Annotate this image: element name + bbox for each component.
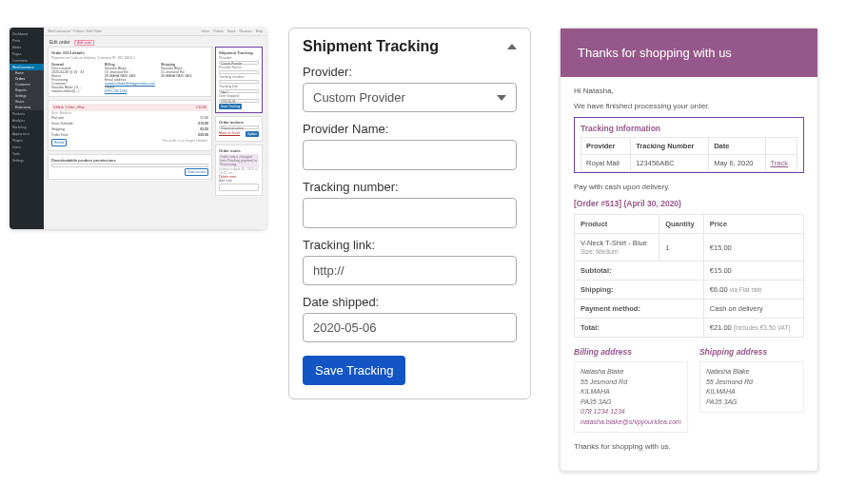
chevron-down-icon (497, 95, 506, 101)
r-total-l: Total: (575, 319, 704, 338)
r-shipping-v: €6.00 via Flat rate (703, 281, 803, 300)
update-button[interactable]: Update (246, 131, 259, 137)
item-price: €15.00 (703, 234, 803, 262)
mini-prov-select[interactable]: Custom Provider (219, 61, 259, 65)
sidebar-item-plugins[interactable]: Plugins (10, 137, 44, 144)
grant-access-button[interactable]: Grant access (185, 168, 208, 176)
sidebar-item-users[interactable]: Users (10, 144, 44, 150)
shipping-text: Natasha Blake 55 Jesmond Rd KILMAHA PA35… (161, 67, 208, 78)
topbar-stock[interactable]: Stock (227, 29, 236, 33)
addnote-textarea[interactable] (219, 184, 259, 191)
tracking-number-input[interactable] (303, 198, 517, 228)
th-provider: Provider (581, 138, 631, 155)
sidebar-item-dashboard[interactable]: Dashboard (10, 30, 44, 37)
topbar-inbox[interactable]: Inbox (202, 29, 210, 33)
tracking-link-label: Tracking link: (303, 238, 517, 252)
sidebar-item-comments[interactable]: Comments (10, 57, 44, 64)
breadcrumb: WooCommerce › Orders › Edit Order (48, 29, 102, 33)
admin-main: WooCommerce › Orders › Edit Order Inbox … (44, 28, 266, 229)
order-items-card: V-Neck T-Shirt - Blue €15.00 Size: Mediu… (48, 100, 212, 151)
date-shipped-label: Date shipped: (303, 295, 517, 309)
admin-sidebar: Dashboard Posts Media Pages Comments Woo… (10, 28, 44, 229)
topbar-orders[interactable]: Orders (213, 29, 224, 33)
provider-label: Provider: (303, 65, 517, 79)
trash-link[interactable]: Move to Trash (219, 131, 240, 137)
r-subtotal-l: Subtotal: (575, 262, 704, 281)
sidebar-item-settings[interactable]: Settings (10, 157, 44, 164)
sidebar-item-products[interactable]: Products (10, 110, 44, 117)
td-provider: Royal Mail (581, 155, 631, 172)
billing-text: Natasha Blake 55 Jesmond Rd KILMAHA PA35… (105, 67, 155, 78)
customer-value[interactable]: Natasha Blake (#1 – natasha.blake@...) (51, 86, 99, 93)
refund-button[interactable]: Refund (51, 139, 67, 146)
dl-title: Downloadable product permissions (51, 158, 208, 163)
r-subtotal-v: €15.00 (703, 262, 803, 281)
sidebar-item-analytics[interactable]: Analytics (10, 117, 44, 124)
mini-pname-input[interactable] (219, 70, 259, 74)
collapse-icon[interactable] (507, 44, 517, 49)
oth-price: Price (703, 215, 803, 234)
sidebar-item-pages[interactable]: Pages (10, 50, 44, 57)
downloadable-permissions-card: Downloadable product permissions Grant a… (48, 154, 212, 180)
order-table: Product Quantity Price V-Neck T-Shirt - … (574, 214, 804, 338)
td-date: May 6, 2020 (709, 155, 765, 172)
tracking-link-input[interactable]: http:// (303, 256, 517, 285)
mini-save-tracking-button[interactable]: Save Tracking (219, 104, 242, 109)
email-finished: We have finished processing your order. (574, 102, 804, 110)
add-order-button[interactable]: Add order (74, 40, 94, 46)
r-shipping-l: Shipping: (575, 281, 704, 300)
email-footer: Thanks for shopping with us. (574, 442, 804, 451)
sidebar-item-marketing[interactable]: Marketing (10, 124, 44, 130)
th-number: Tracking Number (631, 138, 709, 155)
oa-select[interactable]: Choose an action... (219, 126, 259, 129)
page-title-row: Edit order Add order (44, 36, 266, 47)
sidebar-item-appearance[interactable]: Appearance (10, 130, 44, 137)
order-details-sub: Payment via Cash on delivery. Customer I… (51, 56, 208, 60)
mini-prov-label: Provider: (219, 56, 259, 60)
provider-name-input[interactable] (303, 140, 517, 170)
pay-note: Pay with cash upon delivery. (574, 183, 804, 191)
r-paym-v: Cash on delivery (703, 300, 803, 319)
provider-value: Custom Provider (313, 90, 405, 105)
billing-phone[interactable]: 078 1234 1234 (580, 408, 625, 415)
mini-tnum-label: Tracking number: (219, 75, 259, 79)
note-text: Order status changed from Pending paymen… (219, 154, 259, 167)
sidebar-item-tools[interactable]: Tools (10, 150, 44, 157)
flat-rate-cost: €5.00 (200, 116, 208, 120)
line-item: V-Neck T-Shirt - Blue €15.00 (51, 104, 208, 111)
subtotal-label: Items Subtotal: (51, 122, 73, 126)
topbar-help[interactable]: Help (256, 29, 263, 33)
oa-title: Order actions (219, 120, 259, 125)
order-total-value: €20.00 (198, 133, 208, 137)
topbar-reviews[interactable]: Reviews (240, 29, 252, 33)
td-number: 123456ABC (631, 155, 709, 172)
sidebar-item-woocommerce[interactable]: WooCommerce (10, 64, 44, 70)
mini-date-label: Date shipped: (219, 94, 259, 98)
oth-product: Product (575, 215, 659, 234)
subtotal-value: €15.00 (198, 122, 208, 126)
phone-value[interactable]: 078 1234 1234 (105, 89, 155, 93)
mini-date-input[interactable]: 2020-05-06 (219, 99, 259, 103)
dl-search[interactable] (51, 164, 208, 167)
th-date: Date (709, 138, 765, 155)
save-tracking-button[interactable]: Save Tracking (303, 356, 405, 385)
item-cell: V-Neck T-Shirt - Blue Size: Medium (575, 234, 659, 262)
sidebar-item-media[interactable]: Media (10, 44, 44, 50)
provider-name-label: Provider Name: (303, 122, 517, 136)
track-link[interactable]: Track (771, 159, 788, 167)
tracking-number-label: Tracking number: (303, 180, 517, 194)
order-total-label: Order Total: (51, 133, 69, 137)
provider-select[interactable]: Custom Provider (303, 83, 517, 112)
r-paym-l: Payment method: (575, 300, 704, 319)
mini-tlink-input[interactable]: http:// (219, 89, 259, 93)
mini-tnum-input[interactable] (219, 80, 259, 84)
page-title: Edit order (49, 39, 70, 45)
oth-qty: Quantity (659, 215, 704, 234)
order-heading: [Order #513] (April 30, 2020) (574, 199, 804, 208)
date-shipped-input[interactable]: 2020-05-06 (303, 313, 517, 342)
mini-pname-label: Provider Name: (219, 66, 259, 69)
sidebar-item-posts[interactable]: Posts (10, 37, 44, 44)
admin-screenshot: Dashboard Posts Media Pages Comments Woo… (10, 28, 266, 229)
billing-email[interactable]: natasha.blake@shipyourIdea.com (580, 418, 681, 425)
tracking-info-box: Tracking Information Provider Tracking N… (574, 117, 804, 173)
